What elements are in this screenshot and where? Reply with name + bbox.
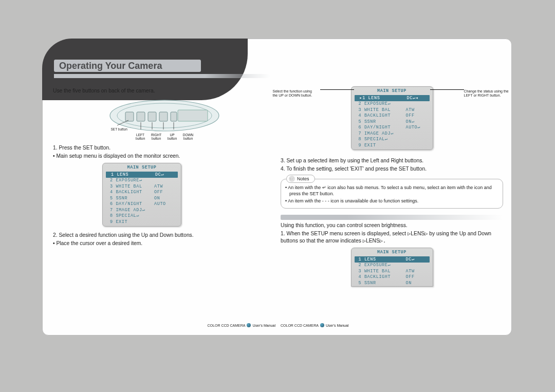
osd-row-value: ATW (154, 184, 177, 190)
osd-row-value: ATW (406, 269, 429, 274)
osd-row: 8 SPECIAL↵ (103, 213, 181, 219)
osd-row-key: 3 WHITE BAL (359, 269, 406, 274)
osd-row-key: 7 IMAGE ADJ↵ (110, 208, 154, 213)
down-button-label: DOWN button (181, 133, 195, 140)
osd-row-value: OFF (406, 113, 429, 119)
annotation-right: Change the status using the LEFT or RIGH… (464, 89, 513, 98)
button-label-row: LEFT button RIGHT button UP button DOWN … (108, 133, 221, 140)
page-title: Operating Your Camera (54, 60, 201, 72)
section-intro: Using this function, you can control scr… (281, 222, 503, 229)
osd-row: 4 BACKLIGHTOFF (351, 113, 433, 119)
osd-row-key: 9 EXIT (359, 143, 406, 148)
osd-row: 5 SSNRON↵ (351, 119, 433, 125)
osd-row-value: AUTO (154, 201, 177, 207)
annotation-left-text: Select the function using the UP or DOWN… (273, 89, 316, 98)
osd-row-value: ON (154, 196, 177, 201)
osd-row: 3 WHITE BALATW (351, 268, 433, 274)
osd-row: 3 WHITE BALATW (351, 107, 433, 113)
annotation-left: Select the function using the UP or DOWN… (273, 89, 320, 98)
note2: • An item with the - - - icon is unavail… (285, 198, 498, 204)
osd-row-key: ▸1 LENS (359, 96, 406, 101)
osd-annotated-wrap: Select the function using the UP or DOWN… (322, 86, 462, 150)
osd-row: 7 IMAGE ADJ↵ (103, 207, 181, 213)
footer-left: COLOR CCD CAMERA User's Manual (53, 323, 275, 328)
right-button-label: RIGHT button (149, 133, 163, 140)
svg-rect-4 (137, 112, 145, 121)
osd-title: MAIN SETUP (103, 164, 181, 172)
osd-row: 2 EXPOSURE↵ (103, 178, 181, 184)
osd-row-key: 2 EXPOSURE↵ (359, 101, 406, 107)
osd-row-value: ON (406, 281, 429, 286)
osd-rows: 1 LENSDC↵2 EXPOSURE↵3 WHITE BALATW4 BACK… (103, 172, 181, 225)
lens-token1: LENS (411, 231, 424, 236)
notes-tab: ☞ Notes (286, 175, 315, 183)
osd-menu-bottom: MAIN SETUP 1 LENSDC↵2 EXPOSURE↵3 WHITE B… (351, 248, 433, 287)
osd-row: 3 WHITE BALATW (103, 183, 181, 190)
page-frame: Operating Your Camera Use the five butto… (42, 39, 512, 335)
note1: • An item with the ↵ icon also has sub m… (285, 184, 498, 197)
osd-row: 6 DAY/NIGHTAUTO (103, 201, 181, 208)
hand-icon: ☞ (289, 176, 295, 182)
osd-row-key: 8 SPECIAL↵ (359, 137, 406, 142)
osd-row: ▸1 LENSDC↵◂ (355, 95, 430, 101)
step4-text: 4. To finish the setting, select 'EXIT' … (281, 165, 503, 173)
osd-row-value: ON↵ (406, 119, 429, 125)
left-button-label: LEFT button (133, 133, 147, 140)
footer-right: COLOR CCD CAMERA User's Manual (281, 323, 503, 328)
osd-row-key: 7 IMAGE ADJ↵ (359, 131, 406, 137)
osd-title: MAIN SETUP (351, 88, 433, 95)
osd-row-key: 2 EXPOSURE↵ (110, 178, 154, 183)
footer-manual: User's Manual (252, 323, 275, 328)
svg-rect-2 (178, 110, 208, 121)
osd-row: 1 LENSDC↵ (355, 256, 430, 263)
svg-rect-6 (159, 112, 168, 121)
osd-rows: 1 LENSDC↵2 EXPOSURE↵3 WHITE BALATW4 BACK… (351, 256, 433, 286)
osd-row-key: 6 DAY/NIGHT (359, 125, 406, 130)
camera-body-graphic (108, 98, 221, 134)
osd-row-key: 8 SPECIAL↵ (110, 213, 154, 219)
osd-row-value: OFF (406, 274, 429, 280)
osd-row: 2 EXPOSURE↵ (351, 263, 433, 269)
triangle-right-icon: ▷ (424, 230, 428, 237)
osd-title: MAIN SETUP (351, 249, 433, 256)
footer-product: COLOR CCD CAMERA (208, 323, 246, 328)
osd-row: 5 SSNRON (351, 280, 433, 286)
footer-product: COLOR CCD CAMERA (281, 323, 319, 328)
osd-rows: ▸1 LENSDC↵◂2 EXPOSURE↵3 WHITE BALATW4 BA… (351, 95, 433, 148)
osd-row: 9 EXIT (351, 142, 433, 148)
step1-sub: • Main setup menu is displayed on the mo… (53, 153, 275, 160)
osd-row-key: 4 BACKLIGHT (110, 190, 154, 195)
title-underline (54, 74, 270, 78)
osd-row-key: 1 LENS (359, 257, 406, 263)
section-step1a: 1. When the SETUP menu screen is display… (281, 231, 406, 236)
osd-row-key: 5 SSNR (359, 119, 406, 125)
osd-row-key: 1 LENS (110, 172, 154, 178)
up-button-label: UP button (165, 133, 179, 140)
section-step1: 1. When the SETUP menu screen is display… (281, 230, 503, 245)
section-divider (281, 215, 503, 220)
osd-row-key: 5 SSNR (359, 281, 406, 286)
osd-row-value: DC↵◂ (406, 96, 429, 101)
osd-row: 9 EXIT (103, 219, 181, 225)
osd-row-key: 5 SSNR (110, 196, 154, 201)
notes-box: ☞ Notes • An item with the ↵ icon also h… (281, 179, 503, 209)
osd-row-key: 9 EXIT (110, 219, 154, 225)
footer-dot-icon (320, 323, 324, 327)
osd-row-value: OFF (154, 190, 177, 195)
osd-row-value: DC↵ (406, 257, 429, 263)
camera-illustration: SET button LEFT button RIGHT button UP b… (108, 98, 221, 140)
svg-rect-3 (125, 112, 134, 121)
content-columns: Use the five buttons on back of the came… (53, 86, 503, 328)
osd-row: 2 EXPOSURE↵ (351, 101, 433, 107)
notes-label: Notes (297, 176, 309, 182)
osd-row-value: DC↵ (154, 172, 177, 178)
lens-token2: LENS (366, 238, 380, 244)
svg-rect-5 (148, 112, 156, 121)
osd-row: 4 BACKLIGHTOFF (351, 274, 433, 281)
osd-row: 1 LENSDC↵ (106, 172, 178, 178)
footer-dot-icon (247, 323, 251, 327)
osd-menu-top: MAIN SETUP ▸1 LENSDC↵◂2 EXPOSURE↵3 WHITE… (351, 86, 433, 150)
osd-row-key: 4 BACKLIGHT (359, 274, 406, 280)
triangle-right-icon: ▷. (380, 237, 386, 245)
intro-text: Use the five buttons on back of the came… (53, 87, 275, 95)
